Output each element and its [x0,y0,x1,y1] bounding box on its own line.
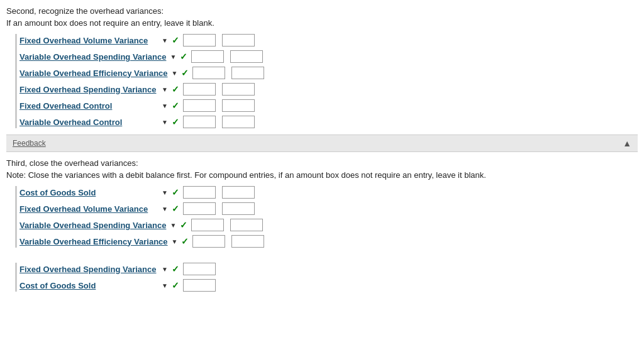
credit-input-voc1[interactable] [222,116,255,128]
credit-input-vosv2[interactable] [230,219,263,231]
third-instruction: Third, close the overhead variances: [6,158,638,168]
account-label-foc1[interactable]: Fixed Overhead Control [19,101,158,111]
table-row: Variable Overhead Spending Variance ▼ ✓ [19,219,638,231]
credit-input-cogs2[interactable] [183,279,216,292]
check-vosv2: ✓ [180,220,187,230]
table-row: Fixed Overhead Volume Variance ▼ ✓ [19,202,638,215]
table-row: Variable Overhead Spending Variance ▼ ✓ [19,50,638,63]
expand-icon[interactable]: ▲ [623,138,631,148]
check-fovv2: ✓ [172,204,179,214]
debit-input-voev2[interactable] [192,235,225,248]
table-row: Cost of Goods Sold ▼ ✓ [19,186,638,199]
debit-input-fovv2[interactable] [183,202,216,215]
account-label-cogs2[interactable]: Cost of Goods Sold [19,281,158,290]
dropdown-arrow-fosv1[interactable]: ▼ [162,86,168,93]
check-fosv1: ✓ [172,84,179,94]
check-voev2: ✓ [181,236,189,246]
feedback-bar: Feedback ▲ [6,134,638,152]
debit-input-fosv1[interactable] [183,83,216,96]
check-cogs2: ✓ [172,280,179,290]
credit-input-foc1[interactable] [222,99,255,112]
check-voc1: ✓ [172,117,179,127]
dropdown-arrow-cogs1[interactable]: ▼ [162,189,168,196]
dropdown-arrow-cogs2[interactable]: ▼ [162,282,168,289]
credit-input-fosv1[interactable] [222,83,255,96]
credit-input-voev1[interactable] [231,67,264,79]
table-row: Variable Overhead Efficiency Variance ▼ … [19,235,638,248]
dropdown-arrow-voev1[interactable]: ▼ [172,70,178,77]
account-label-voc1[interactable]: Variable Overhead Control [19,118,158,127]
account-label-vosv2[interactable]: Variable Overhead Spending Variance [19,221,166,230]
second-instruction: Second, recognize the overhead variances… [6,6,638,16]
third-entries-group1: Cost of Goods Sold ▼ ✓ Fixed Overhead Vo… [15,186,638,248]
account-label-voev2[interactable]: Variable Overhead Efficiency Variance [19,237,168,246]
second-entries: Fixed Overhead Volume Variance ▼ ✓ Varia… [15,34,638,128]
debit-input-vosv1[interactable] [191,50,224,63]
debit-input-voc1[interactable] [183,116,216,128]
dropdown-arrow-fosv2[interactable]: ▼ [162,266,168,273]
dropdown-arrow-foc1[interactable]: ▼ [162,102,168,109]
dropdown-arrow-voc1[interactable]: ▼ [162,119,168,126]
feedback-link[interactable]: Feedback [13,139,46,148]
table-row: Variable Overhead Efficiency Variance ▼ … [19,67,638,79]
table-row: Fixed Overhead Control ▼ ✓ [19,99,638,112]
debit-input-voev1[interactable] [192,67,225,79]
check-voev1: ✓ [181,68,189,78]
table-row: Fixed Overhead Volume Variance ▼ ✓ [19,34,638,47]
dropdown-arrow-vosv2[interactable]: ▼ [170,222,176,229]
check-vosv1: ✓ [180,52,187,62]
account-label-fosv1[interactable]: Fixed Overhead Spending Variance [19,85,158,94]
debit-input-cogs1[interactable] [183,186,216,199]
table-row: Variable Overhead Control ▼ ✓ [19,116,638,128]
credit-input-cogs1[interactable] [222,186,255,199]
account-label-fovv1[interactable]: Fixed Overhead Volume Variance [19,36,158,45]
dropdown-arrow-voev2[interactable]: ▼ [172,238,178,245]
second-note: If an amount box does not require an ent… [6,18,638,28]
debit-input-fovv1[interactable] [183,34,216,47]
credit-input-voev2[interactable] [231,235,264,248]
account-label-vosv1[interactable]: Variable Overhead Spending Variance [19,52,166,62]
account-label-fovv2[interactable]: Fixed Overhead Volume Variance [19,204,158,214]
check-cogs1: ✓ [172,187,179,197]
credit-input-fovv2[interactable] [222,202,255,215]
third-note: Note: Close the variances with a debit b… [6,170,638,180]
dropdown-arrow-fovv2[interactable]: ▼ [162,206,168,212]
dropdown-arrow-vosv1[interactable]: ▼ [170,53,176,60]
dropdown-arrow-fovv1[interactable]: ▼ [162,37,168,44]
check-foc1: ✓ [172,101,179,111]
check-fovv1: ✓ [172,35,179,45]
account-label-fosv2[interactable]: Fixed Overhead Spending Variance [19,265,158,274]
third-entries-group2: Fixed Overhead Spending Variance ▼ ✓ Cos… [15,263,638,292]
debit-input-vosv2[interactable] [191,219,224,231]
account-label-voev1[interactable]: Variable Overhead Efficiency Variance [19,69,168,78]
credit-input-vosv1[interactable] [230,50,263,63]
table-row: Cost of Goods Sold ▼ ✓ [19,279,638,292]
debit-input-foc1[interactable] [183,99,216,112]
account-label-cogs1[interactable]: Cost of Goods Sold [19,188,158,197]
debit-input-fosv2[interactable] [183,263,216,275]
check-fosv2: ✓ [172,264,179,274]
credit-input-fovv1[interactable] [222,34,255,47]
table-row: Fixed Overhead Spending Variance ▼ ✓ [19,83,638,96]
table-row: Fixed Overhead Spending Variance ▼ ✓ [19,263,638,275]
